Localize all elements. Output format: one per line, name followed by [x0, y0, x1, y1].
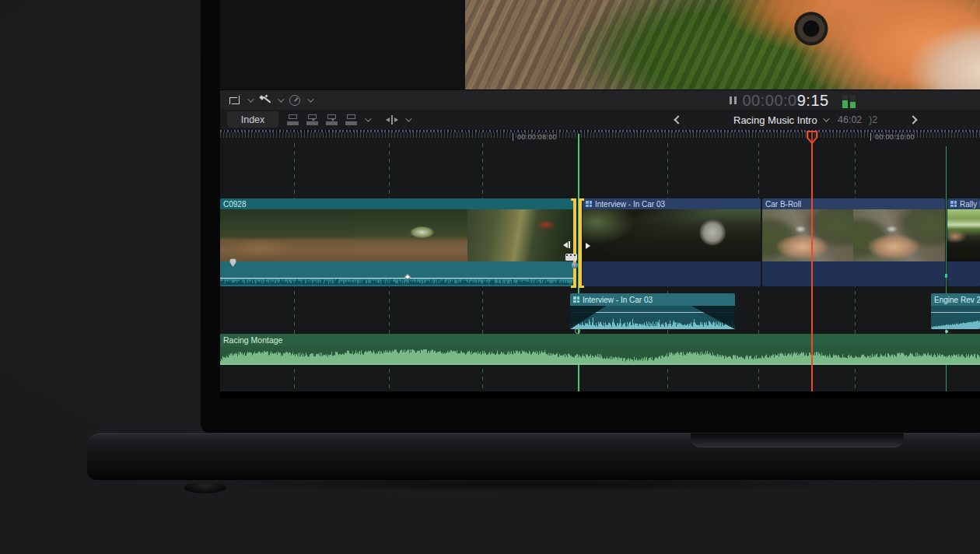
playhead-handle[interactable]: [806, 131, 818, 145]
clip-engine-rev-2[interactable]: Engine Rev 2: [931, 293, 980, 329]
fade-handle-circle[interactable]: [575, 328, 580, 334]
connected-audio-track: Interview - In Car 03 Engine Rev 2: [220, 293, 980, 329]
audio-meter-left: [842, 95, 848, 108]
clip-label: Interview - In Car 03: [583, 296, 653, 304]
clip-interview-in-car-03-audio[interactable]: Interview - In Car 03: [570, 293, 735, 329]
insert-edit-button[interactable]: [306, 114, 320, 125]
project-name-menu[interactable]: Racing Music Intro: [733, 110, 828, 130]
edit-options-chevron-down-icon[interactable]: [365, 115, 371, 121]
audio-meter-right: [850, 95, 856, 108]
multicam-icon: [573, 296, 579, 303]
previous-project-chevron-left-icon[interactable]: [674, 115, 682, 124]
clip-label: Car B-Roll: [765, 200, 801, 209]
multicam-icon: [950, 201, 957, 207]
multicam-icon: [586, 201, 592, 207]
final-cut-pro-on-macbook: 00:00:09:15 Index Racing Music Intro 46:…: [0, 0, 980, 554]
trim-cursor-right-icon: [586, 243, 590, 249]
timeline-ruler[interactable]: [220, 132, 980, 138]
edit-point-handle[interactable]: [572, 262, 578, 268]
thumbnail-dirt-road: [220, 209, 354, 261]
clip-rally-racing[interactable]: Rally Ra: [947, 198, 980, 286]
clip-racing-montage[interactable]: Racing Montage: [220, 334, 980, 365]
thumbnail-rally-car-jump: [354, 209, 467, 261]
clip-interview-in-car-03-video[interactable]: Interview - In Car 03: [583, 198, 761, 286]
fade-handle-dot[interactable]: [945, 330, 948, 333]
filmstrip-edit-icon: [565, 254, 577, 261]
retime-chevron-down-icon[interactable]: [307, 96, 313, 102]
clip-label: C0928: [223, 200, 246, 209]
clip-badge-icon[interactable]: [229, 258, 236, 267]
thumbnail-aerial-dust: [762, 209, 853, 261]
thumbnail-steering-wheel: [947, 209, 980, 261]
clip-car-b-roll[interactable]: Car B-Roll: [762, 198, 945, 286]
fade-in-shading: [570, 306, 606, 329]
ruler-label-8s: 00:00:08:00: [513, 133, 557, 141]
volume-line[interactable]: [931, 312, 980, 313]
audio-meters[interactable]: [842, 95, 856, 108]
enhancements-chevron-down-icon[interactable]: [278, 96, 284, 102]
trim-ribbon-right[interactable]: [579, 198, 582, 288]
timecode-display: 00:00:09:15: [743, 92, 829, 110]
video-track: C0928 Interview - In Car 03: [220, 198, 980, 286]
clip-audio-section: [220, 261, 573, 286]
project-duration: 46:02: [838, 110, 862, 130]
thumbnail-car-closeup: [467, 209, 573, 261]
trim-tool-icon[interactable]: [385, 115, 399, 124]
retime-gauge-icon[interactable]: [289, 95, 300, 106]
trim-ribbon-left[interactable]: [573, 198, 576, 288]
pause-icon[interactable]: [730, 96, 737, 104]
laptop-rubber-foot: [184, 482, 226, 493]
timeline-toolbar: 00:00:09:15: [220, 89, 980, 110]
next-project-chevron-right-icon[interactable]: [908, 115, 917, 124]
connect-edit-button[interactable]: [287, 114, 300, 125]
project-chevron-down-icon: [823, 115, 829, 121]
timeline-pane[interactable]: 00:00:08:00 00:00:10:00 C0: [220, 132, 980, 391]
project-name: Racing Music Intro: [733, 114, 817, 126]
overwrite-edit-button[interactable]: [345, 114, 359, 125]
viewer-video-frame: [465, 0, 980, 89]
clip-label: Engine Rev 2: [934, 296, 980, 304]
trim-cursor-left-icon: [563, 241, 570, 248]
music-track: Racing Montage: [220, 334, 980, 365]
timecode-dim: 00:00:0: [743, 92, 797, 109]
clip-c0928[interactable]: C0928: [220, 198, 573, 286]
timeline-header-row: Index Racing Music Intro 46:02 )2: [220, 110, 980, 130]
append-edit-button[interactable]: [326, 114, 339, 125]
tool-menu-chevron-down-icon[interactable]: [405, 115, 411, 121]
screen: 00:00:09:15 Index Racing Music Intro 46:…: [220, 0, 980, 398]
viewer-pane: [220, 0, 980, 89]
clip-label: Rally Ra: [960, 200, 980, 209]
crop-tool-icon[interactable]: [229, 96, 240, 106]
crop-tool-chevron-down-icon[interactable]: [247, 96, 254, 102]
playhead-line[interactable]: [811, 132, 813, 391]
clip-label: Interview - In Car 03: [595, 200, 665, 209]
thumbnail-driver-helmet: [583, 209, 761, 261]
index-button[interactable]: Index: [227, 111, 278, 128]
timecode-bright: 9:15: [797, 92, 829, 109]
fade-out-shading: [691, 306, 735, 329]
clip-filmstrip: [220, 209, 573, 261]
clipped-text: )2: [869, 110, 877, 130]
clip-label: Racing Montage: [223, 335, 282, 345]
waveform-band: [220, 279, 573, 285]
enhancements-wand-icon[interactable]: [259, 95, 271, 106]
ruler-label-10s: 00:00:10:00: [870, 133, 915, 141]
clip-bottom-strip: [220, 363, 980, 365]
thumbnail-aerial-dust: [853, 209, 945, 261]
laptop-lid-notch: [691, 433, 904, 447]
